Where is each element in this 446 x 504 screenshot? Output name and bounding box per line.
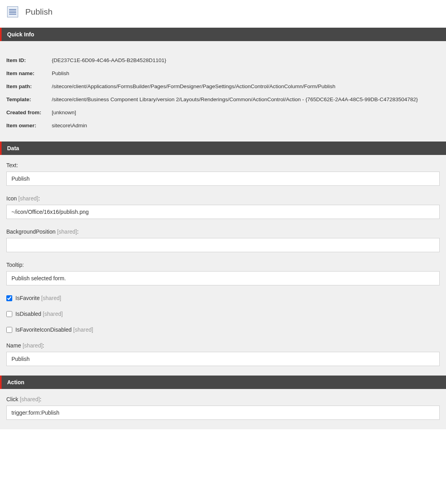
checkbox-isdisabled[interactable]	[6, 311, 12, 317]
item-header: Publish	[0, 0, 446, 28]
input-text[interactable]	[6, 172, 440, 186]
section-header-data[interactable]: Data	[0, 142, 446, 155]
field-background-position: BackgroundPosition [shared]:	[6, 228, 440, 252]
section-header-quick-info[interactable]: Quick Info	[0, 28, 446, 41]
field-label-icon: Icon [shared]:	[6, 195, 440, 202]
input-name[interactable]	[6, 352, 440, 366]
quick-info-row-item-path: Item path: /sitecore/client/Applications…	[6, 80, 440, 93]
quick-info-row-created-from: Created from: [unknown]	[6, 106, 440, 119]
label-isfavorite[interactable]: IsFavorite [shared]	[15, 295, 61, 301]
qi-value-template[interactable]: /sitecore/client/Business Component Libr…	[52, 96, 418, 102]
qi-value-created-from[interactable]: [unknown]	[52, 109, 76, 115]
qi-label-template: Template:	[6, 96, 52, 102]
field-label-click: Click [shared]:	[6, 396, 440, 402]
field-isdisabled: IsDisabled [shared]	[6, 311, 440, 317]
qi-label-created-from: Created from:	[6, 109, 52, 115]
field-name: Name [shared]:	[6, 342, 440, 366]
quick-info-row-item-id: Item ID: {DE237C1E-6D09-4C46-AAD5-B2B452…	[6, 54, 440, 67]
quick-info-row-template: Template: /sitecore/client/Business Comp…	[6, 93, 440, 106]
field-label-text: Text:	[6, 162, 440, 168]
qi-value-item-owner[interactable]: sitecore\Admin	[52, 123, 87, 128]
qi-label-item-id: Item ID:	[6, 57, 52, 63]
input-click[interactable]	[6, 406, 440, 420]
checkbox-isfavorite[interactable]	[6, 295, 12, 301]
qi-label-item-name: Item name:	[6, 70, 52, 76]
qi-label-item-owner: Item owner:	[6, 123, 52, 128]
qi-value-item-path[interactable]: /sitecore/client/Applications/FormsBuild…	[52, 83, 335, 89]
field-text: Text:	[6, 162, 440, 186]
qi-value-item-id[interactable]: {DE237C1E-6D09-4C46-AAD5-B2B4528D1101}	[52, 57, 166, 63]
section-header-action[interactable]: Action	[0, 376, 446, 389]
input-icon[interactable]	[6, 205, 440, 219]
label-isfavoriteicondisabled[interactable]: IsFavoriteIconDisabled [shared]	[15, 327, 93, 333]
input-tooltip[interactable]	[6, 271, 440, 285]
field-label-background-position: BackgroundPosition [shared]:	[6, 228, 440, 235]
field-isfavoriteicondisabled: IsFavoriteIconDisabled [shared]	[6, 327, 440, 333]
quick-info-row-item-name: Item name: Publish	[6, 67, 440, 80]
field-icon: Icon [shared]:	[6, 195, 440, 219]
item-title: Publish	[25, 7, 53, 17]
field-tooltip: Tooltip:	[6, 262, 440, 285]
field-label-tooltip: Tooltip:	[6, 262, 440, 268]
label-isdisabled[interactable]: IsDisabled [shared]	[15, 311, 63, 317]
field-label-name: Name [shared]:	[6, 342, 440, 349]
qi-label-item-path: Item path:	[6, 83, 52, 89]
item-icon	[7, 6, 18, 17]
field-click: Click [shared]:	[6, 396, 440, 420]
field-isfavorite: IsFavorite [shared]	[6, 295, 440, 301]
checkbox-isfavoriteicondisabled[interactable]	[6, 327, 12, 333]
quick-info-row-item-owner: Item owner: sitecore\Admin	[6, 119, 440, 132]
input-background-position[interactable]	[6, 238, 440, 252]
qi-value-item-name[interactable]: Publish	[52, 70, 69, 76]
